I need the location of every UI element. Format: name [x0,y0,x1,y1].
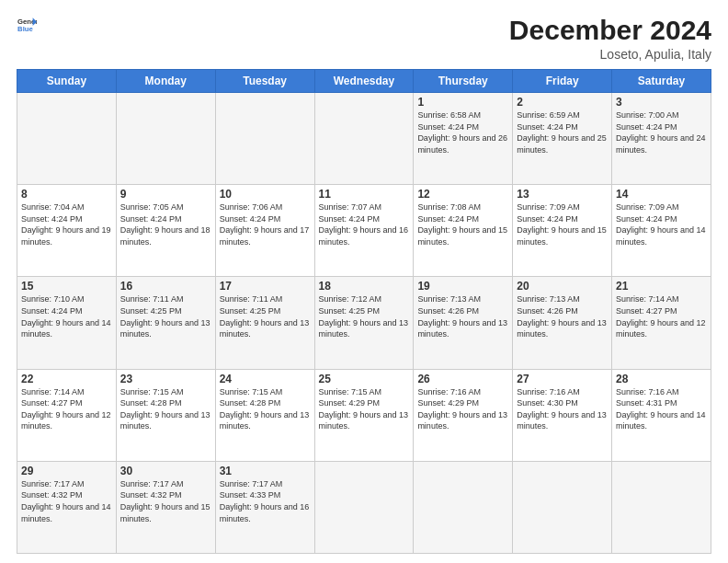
top-section: General Blue December 2024 Loseto, Apuli… [17,15,711,62]
day-number: 9 [120,188,211,201]
day-info: Sunrise: 7:11 AMSunset: 4:25 PMDaylight:… [120,294,210,339]
table-row: 29 Sunrise: 7:17 AMSunset: 4:32 PMDaylig… [17,461,117,553]
day-info: Sunrise: 7:16 AMSunset: 4:29 PMDaylight:… [417,387,507,431]
table-row [116,93,215,185]
table-row [215,93,314,185]
table-row: 25 Sunrise: 7:15 AMSunset: 4:29 PMDaylig… [314,369,414,461]
table-row [513,461,612,553]
day-info: Sunrise: 6:59 AMSunset: 4:24 PMDaylight:… [517,110,607,155]
day-number: 20 [517,280,608,293]
day-number: 19 [417,280,508,293]
day-info: Sunrise: 7:06 AMSunset: 4:24 PMDaylight:… [220,202,310,247]
table-row: 9 Sunrise: 7:05 AMSunset: 4:24 PMDayligh… [116,185,215,277]
day-info: Sunrise: 7:15 AMSunset: 4:28 PMDaylight:… [220,387,310,431]
page: General Blue December 2024 Loseto, Apuli… [0,0,728,563]
day-info: Sunrise: 7:09 AMSunset: 4:24 PMDaylight:… [616,202,706,247]
table-row: 14 Sunrise: 7:09 AMSunset: 4:24 PMDaylig… [612,185,711,277]
day-info: Sunrise: 7:15 AMSunset: 4:28 PMDaylight:… [120,387,210,431]
day-info: Sunrise: 7:14 AMSunset: 4:27 PMDaylight:… [616,294,706,339]
table-row: 20 Sunrise: 7:13 AMSunset: 4:26 PMDaylig… [513,277,612,369]
day-number: 3 [616,96,707,109]
calendar-table: Sunday Monday Tuesday Wednesday Thursday… [17,69,711,554]
table-row: 3 Sunrise: 7:00 AMSunset: 4:24 PMDayligh… [612,93,711,185]
day-info: Sunrise: 7:00 AMSunset: 4:24 PMDaylight:… [616,110,706,155]
header-monday: Monday [116,70,215,93]
logo-icon: General Blue [17,15,37,35]
header-tuesday: Tuesday [215,70,314,93]
table-row: 23 Sunrise: 7:15 AMSunset: 4:28 PMDaylig… [116,369,215,461]
day-info: Sunrise: 7:13 AMSunset: 4:26 PMDaylight:… [517,294,607,339]
header-friday: Friday [513,70,612,93]
table-row [17,93,117,185]
calendar-week-5: 29 Sunrise: 7:17 AMSunset: 4:32 PMDaylig… [17,461,711,553]
day-number: 31 [220,465,311,477]
calendar-week-3: 15 Sunrise: 7:10 AMSunset: 4:24 PMDaylig… [17,277,711,369]
table-row: 12 Sunrise: 7:08 AMSunset: 4:24 PMDaylig… [414,185,513,277]
table-row: 13 Sunrise: 7:09 AMSunset: 4:24 PMDaylig… [513,185,612,277]
table-row: 31 Sunrise: 7:17 AMSunset: 4:33 PMDaylig… [215,461,314,553]
table-row: 11 Sunrise: 7:07 AMSunset: 4:24 PMDaylig… [314,185,414,277]
day-number: 25 [319,373,410,385]
table-row: 24 Sunrise: 7:15 AMSunset: 4:28 PMDaylig… [215,369,314,461]
day-info: Sunrise: 7:09 AMSunset: 4:24 PMDaylight:… [517,202,607,247]
day-number: 17 [220,280,311,293]
day-number: 14 [616,188,707,201]
day-number: 12 [417,188,508,201]
header-sunday: Sunday [17,70,117,93]
table-row: 26 Sunrise: 7:16 AMSunset: 4:29 PMDaylig… [414,369,513,461]
table-row: 19 Sunrise: 7:13 AMSunset: 4:26 PMDaylig… [414,277,513,369]
day-number: 13 [517,188,608,201]
calendar-week-4: 22 Sunrise: 7:14 AMSunset: 4:27 PMDaylig… [17,369,711,461]
day-info: Sunrise: 7:17 AMSunset: 4:33 PMDaylight:… [220,479,310,523]
header-row: Sunday Monday Tuesday Wednesday Thursday… [17,70,711,93]
day-number: 28 [616,373,707,385]
day-number: 26 [417,373,508,385]
table-row: 2 Sunrise: 6:59 AMSunset: 4:24 PMDayligh… [513,93,612,185]
title-block: December 2024 Loseto, Apulia, Italy [509,15,711,62]
table-row: 15 Sunrise: 7:10 AMSunset: 4:24 PMDaylig… [17,277,117,369]
table-row: 21 Sunrise: 7:14 AMSunset: 4:27 PMDaylig… [612,277,711,369]
day-info: Sunrise: 7:16 AMSunset: 4:31 PMDaylight:… [616,387,706,431]
day-number: 15 [21,280,112,293]
header-thursday: Thursday [414,70,513,93]
header-saturday: Saturday [612,70,711,93]
main-title: December 2024 [509,15,711,45]
day-number: 21 [616,280,707,293]
day-info: Sunrise: 7:15 AMSunset: 4:29 PMDaylight:… [319,387,409,431]
day-info: Sunrise: 7:12 AMSunset: 4:25 PMDaylight:… [319,294,409,339]
subtitle: Loseto, Apulia, Italy [509,47,711,62]
day-number: 16 [120,280,211,293]
table-row: 8 Sunrise: 7:04 AMSunset: 4:24 PMDayligh… [17,185,117,277]
table-row: 18 Sunrise: 7:12 AMSunset: 4:25 PMDaylig… [314,277,414,369]
table-row: 28 Sunrise: 7:16 AMSunset: 4:31 PMDaylig… [612,369,711,461]
day-info: Sunrise: 7:10 AMSunset: 4:24 PMDaylight:… [21,294,111,339]
table-row [612,461,711,553]
table-row: 16 Sunrise: 7:11 AMSunset: 4:25 PMDaylig… [116,277,215,369]
day-info: Sunrise: 7:17 AMSunset: 4:32 PMDaylight:… [120,479,210,523]
day-info: Sunrise: 7:11 AMSunset: 4:25 PMDaylight:… [220,294,310,339]
day-number: 29 [21,465,112,477]
table-row: 10 Sunrise: 7:06 AMSunset: 4:24 PMDaylig… [215,185,314,277]
day-info: Sunrise: 7:13 AMSunset: 4:26 PMDaylight:… [417,294,507,339]
day-info: Sunrise: 7:14 AMSunset: 4:27 PMDaylight:… [21,387,111,431]
day-info: Sunrise: 6:58 AMSunset: 4:24 PMDaylight:… [417,110,507,155]
day-number: 2 [517,96,608,109]
table-row [314,461,414,553]
day-info: Sunrise: 7:07 AMSunset: 4:24 PMDaylight:… [319,202,409,247]
header-wednesday: Wednesday [314,70,414,93]
day-info: Sunrise: 7:08 AMSunset: 4:24 PMDaylight:… [417,202,507,247]
day-number: 10 [220,188,311,201]
day-number: 11 [319,188,410,201]
day-number: 24 [220,373,311,385]
table-row: 22 Sunrise: 7:14 AMSunset: 4:27 PMDaylig… [17,369,117,461]
table-row [314,93,414,185]
calendar-week-2: 8 Sunrise: 7:04 AMSunset: 4:24 PMDayligh… [17,185,711,277]
day-number: 22 [21,373,112,385]
table-row: 27 Sunrise: 7:16 AMSunset: 4:30 PMDaylig… [513,369,612,461]
day-number: 27 [517,373,608,385]
day-number: 18 [319,280,410,293]
day-info: Sunrise: 7:05 AMSunset: 4:24 PMDaylight:… [120,202,210,247]
svg-text:Blue: Blue [17,25,33,33]
table-row: 30 Sunrise: 7:17 AMSunset: 4:32 PMDaylig… [116,461,215,553]
calendar-week-1: 1 Sunrise: 6:58 AMSunset: 4:24 PMDayligh… [17,93,711,185]
